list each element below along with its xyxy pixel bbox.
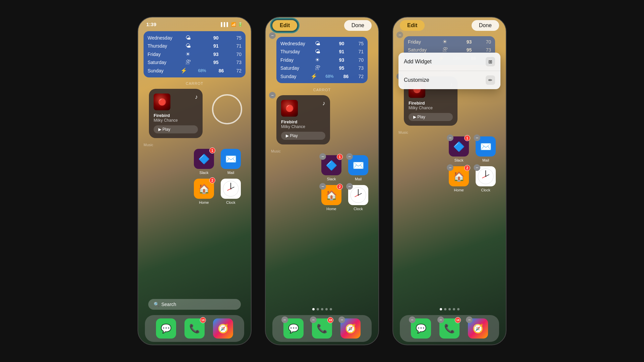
mail-app-3[interactable]: ✉️ − Mail	[476, 136, 496, 162]
slack-app-3[interactable]: 🔷 1 − Slack	[449, 136, 469, 162]
minus-messages-dock-2[interactable]: −	[281, 316, 288, 323]
phone-badge-1: 18	[200, 317, 206, 323]
page-dots-3	[393, 306, 506, 312]
music-title-1: Firebird	[154, 113, 198, 118]
music-play-btn-1[interactable]: ▶ Play	[154, 125, 198, 133]
clock-svg-2	[350, 187, 367, 203]
home-app-2[interactable]: 🏠 2 − Home	[321, 185, 341, 211]
music-widget-1: 🔴 ♪ Firebird Milky Chance ▶ Play	[149, 89, 203, 138]
music-play-btn-2[interactable]: ▶ Play	[281, 132, 325, 140]
mail-app-1[interactable]: ✉️ Mail	[221, 149, 241, 175]
weather-row-sun-1: Sunday ⚡ 68% 86 72	[148, 66, 241, 75]
signal-icon: ▌▌▌	[221, 22, 229, 27]
context-menu-3: Add Widget ⊞ Customize ✏	[398, 53, 500, 89]
minus-home-3[interactable]: −	[447, 164, 453, 171]
clock-app-3[interactable]: − Clock	[476, 166, 496, 192]
search-icon-1: 🔍	[154, 302, 159, 307]
music-label-2: Music	[266, 148, 378, 153]
time-1: 1:39	[146, 21, 156, 27]
mail-app-2[interactable]: ✉️ − Mail	[348, 155, 368, 181]
messages-dock-1[interactable]: 💬	[156, 318, 176, 339]
customize-icon: ✏	[486, 75, 495, 85]
dock-3: 💬 − 📞 18 − 🧭 −	[400, 315, 499, 342]
slack-app-2[interactable]: 🔷 1 − Slack	[321, 155, 341, 181]
minus-messages-dock-3[interactable]: −	[409, 316, 416, 323]
minus-music-2[interactable]: −	[269, 92, 276, 99]
top-btns-3: Edit Done	[393, 17, 506, 34]
done-button-2[interactable]: Done	[344, 20, 372, 31]
dock-2: 💬 − 📞 18 − 🧭 −	[272, 315, 372, 342]
minus-weather-2[interactable]: −	[269, 32, 276, 39]
slack-badge-1: 1	[209, 147, 215, 154]
clock-app-1[interactable]: Clock	[221, 179, 241, 204]
safari-dock-wrap-3: 🧭 −	[468, 318, 488, 339]
home-badge-3: 2	[464, 165, 470, 171]
home-badge-2: 2	[337, 184, 343, 190]
minus-clock-3[interactable]: −	[474, 164, 480, 171]
add-widget-icon: ⊞	[486, 57, 495, 66]
search-bar-1[interactable]: 🔍 Search	[148, 299, 241, 310]
slack-app-1[interactable]: 🔷 1 Slack	[194, 149, 214, 175]
top-btns-2: Edit Done	[266, 17, 378, 34]
home-app-3[interactable]: 🏠 2 − Home	[449, 166, 469, 192]
minus-mail-2[interactable]: −	[346, 153, 353, 160]
weather-widget-1: Wednesday 🌤 90 75 Thursday 🌤 91 71 Frida…	[144, 31, 246, 77]
app-row-1b: 🏠 2 Home Clock	[138, 177, 251, 206]
app-row-3b: 🏠 2 − Home	[393, 164, 506, 194]
clock-app-2[interactable]: − Clock	[348, 185, 368, 211]
minus-slack-2[interactable]: −	[319, 153, 326, 160]
phone-2: Edit Done − Wednesday 🌤 90 75 Thursday 🌤	[265, 17, 379, 345]
minus-phone-dock-2[interactable]: −	[310, 316, 317, 323]
weather-row-sat-1: Saturday ⛈ 95 73	[148, 58, 241, 66]
music-label-3: Music	[393, 129, 506, 134]
minus-mail-3[interactable]: −	[474, 134, 480, 141]
home-badge-1: 2	[209, 177, 215, 183]
messages-dock-wrap-3: 💬 −	[411, 318, 431, 339]
customize-label: Customize	[404, 77, 429, 83]
minus-slack-3[interactable]: −	[447, 134, 453, 141]
phone-badge-3: 18	[455, 317, 461, 323]
weather-row-thu-1: Thursday 🌤 91 71	[148, 42, 241, 50]
carrot-label-1: CARROT	[138, 80, 251, 87]
weather-row-fri-1: Friday ☀ 93 70	[148, 50, 241, 58]
edit-button-2[interactable]: Edit	[272, 20, 297, 31]
phone-dock-wrap-2: 📞 18 −	[312, 318, 332, 339]
circle-clock-widget-1	[212, 94, 242, 124]
clock-face-svg-1	[222, 180, 239, 197]
carrot-label-2: CARROT	[266, 86, 378, 94]
music-widget-2: 🔴 ♪ Firebird Milky Chance ▶ Play	[276, 95, 330, 144]
phone-dock-1[interactable]: 📞 18	[184, 318, 205, 339]
music-play-btn-3[interactable]: ▶ Play	[409, 113, 453, 121]
music-artist-1: Milky Chance	[154, 118, 198, 123]
wifi-icon: 📶	[231, 22, 236, 27]
battery-icon: 🔋	[238, 22, 243, 27]
weather-widget-2: Wednesday 🌤 90 75 Thursday 🌤 91 71 Frida…	[276, 37, 368, 83]
clock-svg-3	[477, 168, 494, 185]
album-art-1: 🔴	[154, 94, 170, 110]
done-button-3[interactable]: Done	[472, 20, 499, 31]
phone-3: Edit Done Add Widget ⊞ Customize ✏ −	[392, 17, 506, 345]
safari-dock-wrap-2: 🧭 −	[340, 318, 361, 339]
home-app-1[interactable]: 🏠 2 Home	[194, 179, 214, 204]
app-row-3a: 🔷 1 − Slack ✉️ − Mail	[393, 134, 506, 164]
app-row-2a: 🔷 1 − Slack ✉️ − Mail	[266, 153, 378, 183]
safari-dock-1[interactable]: 🧭	[213, 318, 233, 339]
messages-dock-wrap-2: 💬 −	[283, 318, 304, 339]
edit-button-3[interactable]: Edit	[400, 20, 425, 31]
status-bar-1: 1:39 ▌▌▌ 📶 🔋	[138, 17, 251, 28]
slack-badge-3: 1	[464, 135, 470, 141]
minus-clock-2[interactable]: −	[346, 183, 353, 190]
weather-row-wed-1: Wednesday 🌤 90 75	[148, 34, 241, 42]
minus-home-2[interactable]: −	[319, 183, 326, 190]
app-row-2b: 🏠 2 − Home	[266, 183, 378, 213]
add-widget-menu-item[interactable]: Add Widget ⊞	[398, 53, 500, 71]
phone-container: 1:39 ▌▌▌ 📶 🔋 Wednesday 🌤 90 75 Thursday	[131, 10, 513, 352]
album-art-2: 🔴	[281, 100, 298, 117]
status-icons-1: ▌▌▌ 📶 🔋	[221, 22, 243, 27]
dock-1: 💬 📞 18 🧭	[145, 315, 244, 342]
phone-1: 1:39 ▌▌▌ 📶 🔋 Wednesday 🌤 90 75 Thursday	[138, 17, 252, 345]
phone-badge-2: 18	[327, 317, 333, 323]
minus-phone-dock-3[interactable]: −	[437, 316, 444, 323]
customize-menu-item[interactable]: Customize ✏	[398, 71, 500, 89]
minus-weather-3[interactable]: −	[396, 32, 403, 38]
